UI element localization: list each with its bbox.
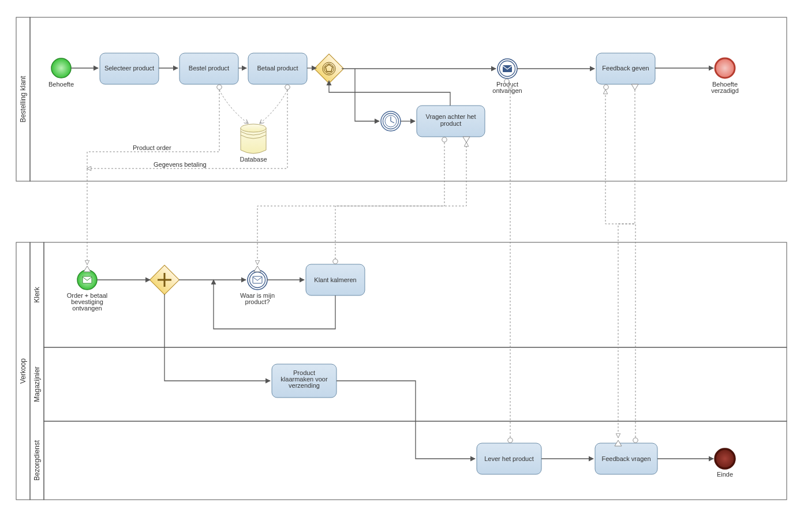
bpmn-diagram: Bestelling klant Behoefte Selecteer prod…	[0, 0, 804, 532]
timer-event[interactable]	[381, 111, 401, 131]
svg-point-2	[51, 58, 71, 78]
start-event-order-ontvangen[interactable]: Order + betaalbevestigingontvangen	[67, 270, 108, 312]
svg-marker-31	[631, 84, 638, 90]
msg-label: Product order	[133, 144, 171, 151]
task-lever-het-product[interactable]: Lever het product	[477, 443, 541, 474]
svg-point-27	[442, 137, 447, 142]
svg-point-58	[633, 438, 638, 443]
svg-rect-1	[30, 17, 787, 181]
event-waar-is-mijn-product[interactable]: Waar is mijnproduct?	[240, 270, 275, 305]
svg-point-55	[333, 259, 338, 264]
svg-marker-54	[254, 266, 261, 272]
task-label: Feedback vragen	[602, 455, 651, 462]
event-product-ontvangen[interactable]: Productontvangen	[492, 59, 522, 94]
task-product-klaarmaken[interactable]: Productklaarmaken voorverzending	[272, 364, 336, 398]
task-label: Feedback geven	[602, 65, 649, 72]
svg-point-52	[715, 449, 735, 469]
task-betaal-product[interactable]: Betaal product	[248, 53, 307, 84]
task-feedback-vragen[interactable]: Feedback vragen	[595, 443, 657, 474]
msg-label: Gegevens betaling	[154, 161, 207, 168]
svg-point-24	[241, 124, 266, 132]
svg-point-22	[715, 58, 735, 78]
assoc	[219, 90, 248, 123]
svg-rect-6	[315, 54, 344, 84]
svg-rect-19	[503, 65, 512, 72]
task-label: Klant kalmeren	[314, 276, 356, 283]
flow	[164, 294, 270, 381]
end-event-einde[interactable]: Einde	[715, 449, 735, 478]
svg-marker-53	[84, 266, 91, 272]
start-event-behoefte[interactable]: Behoefte	[48, 58, 74, 88]
svg-text:Behoefteverzadigd: Behoefteverzadigd	[711, 81, 739, 94]
flow	[336, 381, 475, 459]
task-label: Selecteer product	[104, 65, 154, 72]
pool-title-top: Bestelling klant	[19, 76, 27, 122]
end-event-behoefte-verzadigd[interactable]: Behoefteverzadigd	[711, 58, 739, 94]
svg-rect-34	[44, 242, 787, 347]
pool-title-bottom: Verkoop	[19, 358, 27, 384]
gateway-parallel[interactable]	[150, 265, 180, 295]
flow	[329, 81, 450, 106]
msg-flow-fbvragen-naar-fbgeven	[605, 90, 635, 437]
start-event-label: Behoefte	[48, 81, 74, 88]
svg-point-56	[508, 438, 513, 443]
msg-flow-kalmeren-naar-vraag	[335, 143, 466, 259]
svg-point-29	[504, 79, 509, 84]
lane-klerk-label: Klerk	[33, 286, 41, 302]
svg-point-26	[285, 85, 290, 89]
task-label: Lever het product	[484, 455, 534, 462]
task-label: Betaal product	[257, 65, 298, 72]
svg-marker-28	[463, 137, 470, 143]
svg-point-25	[217, 85, 222, 89]
task-vragen-product[interactable]: Vragen achter hetproduct	[417, 106, 485, 137]
svg-text:Waar is mijnproduct?: Waar is mijnproduct?	[240, 292, 275, 305]
task-feedback-geven[interactable]: Feedback geven	[596, 53, 655, 84]
lane-magazijnier-label: Magazijnier	[33, 366, 41, 402]
svg-text:Order + betaalbevestigingontva: Order + betaalbevestigingontvangen	[67, 292, 108, 312]
pool-verkoop: Verkoop Klerk Magazijnier Bezorgdienst	[16, 242, 787, 500]
gateway-event-based[interactable]	[315, 54, 344, 84]
task-klant-kalmeren[interactable]: Klant kalmeren	[306, 264, 365, 295]
pool-bestelling-klant: Bestelling klant	[16, 17, 787, 181]
svg-point-30	[604, 85, 608, 89]
task-label: Bestel product	[189, 65, 229, 72]
svg-rect-38	[83, 276, 92, 283]
task-selecteer-product[interactable]: Selecteer product	[100, 53, 159, 84]
flow	[355, 69, 379, 121]
msg-flow-vraag-naar-klerk	[257, 143, 444, 264]
lane-bezorgdienst-label: Bezorgdienst	[33, 440, 41, 481]
datastore-database[interactable]: Database	[240, 124, 267, 163]
datastore-label: Database	[240, 156, 267, 163]
task-bestel-product[interactable]: Bestel product	[180, 53, 238, 84]
msg-flow-fbgeven-naar-fbvragen	[618, 90, 635, 437]
assoc	[260, 90, 287, 123]
msg-flow-product-order	[87, 90, 219, 264]
end-event-label: Einde	[717, 471, 733, 478]
svg-rect-45	[253, 276, 262, 283]
